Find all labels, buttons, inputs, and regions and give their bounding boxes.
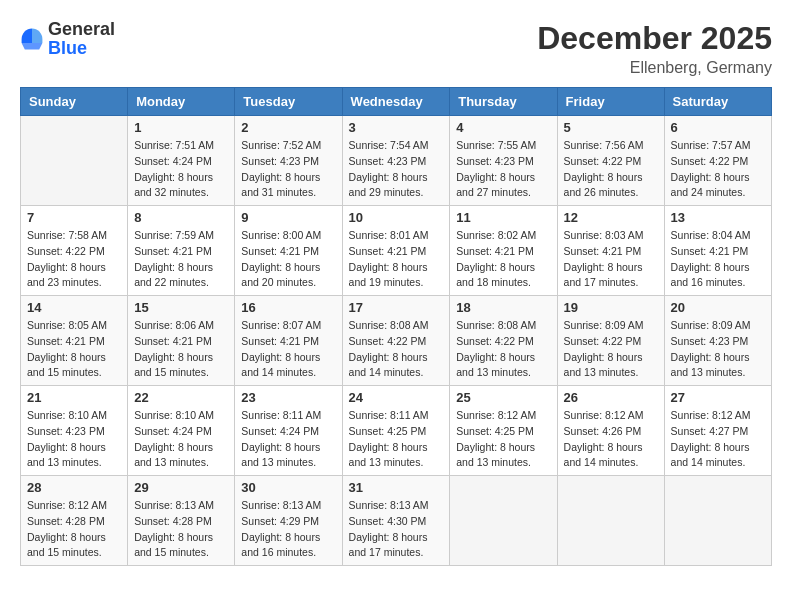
daylight-hours: Daylight: 8 hours and 15 minutes. (27, 351, 106, 379)
table-row: 7 Sunrise: 7:58 AM Sunset: 4:22 PM Dayli… (21, 206, 128, 296)
sunrise-time: Sunrise: 8:10 AM (27, 409, 107, 421)
sunrise-time: Sunrise: 8:12 AM (456, 409, 536, 421)
sunrise-time: Sunrise: 8:09 AM (671, 319, 751, 331)
sunrise-time: Sunrise: 8:08 AM (349, 319, 429, 331)
daylight-hours: Daylight: 8 hours and 16 minutes. (671, 261, 750, 289)
day-number: 27 (671, 390, 765, 405)
calendar-header-row: Sunday Monday Tuesday Wednesday Thursday… (21, 88, 772, 116)
sunrise-time: Sunrise: 8:11 AM (241, 409, 321, 421)
sunset-time: Sunset: 4:28 PM (27, 515, 105, 527)
table-row: 21 Sunrise: 8:10 AM Sunset: 4:23 PM Dayl… (21, 386, 128, 476)
day-number: 3 (349, 120, 444, 135)
day-info: Sunrise: 7:51 AM Sunset: 4:24 PM Dayligh… (134, 138, 228, 201)
day-number: 13 (671, 210, 765, 225)
table-row: 8 Sunrise: 7:59 AM Sunset: 4:21 PM Dayli… (128, 206, 235, 296)
day-info: Sunrise: 7:59 AM Sunset: 4:21 PM Dayligh… (134, 228, 228, 291)
day-info: Sunrise: 7:52 AM Sunset: 4:23 PM Dayligh… (241, 138, 335, 201)
col-tuesday: Tuesday (235, 88, 342, 116)
calendar: Sunday Monday Tuesday Wednesday Thursday… (20, 87, 772, 566)
month-title: December 2025 (537, 20, 772, 57)
daylight-hours: Daylight: 8 hours and 14 minutes. (671, 441, 750, 469)
sunset-time: Sunset: 4:24 PM (134, 155, 212, 167)
daylight-hours: Daylight: 8 hours and 29 minutes. (349, 171, 428, 199)
sunset-time: Sunset: 4:21 PM (671, 245, 749, 257)
day-number: 18 (456, 300, 550, 315)
sunset-time: Sunset: 4:25 PM (456, 425, 534, 437)
calendar-week-row: 28 Sunrise: 8:12 AM Sunset: 4:28 PM Dayl… (21, 476, 772, 566)
calendar-week-row: 21 Sunrise: 8:10 AM Sunset: 4:23 PM Dayl… (21, 386, 772, 476)
day-number: 28 (27, 480, 121, 495)
table-row: 16 Sunrise: 8:07 AM Sunset: 4:21 PM Dayl… (235, 296, 342, 386)
daylight-hours: Daylight: 8 hours and 14 minutes. (564, 441, 643, 469)
sunset-time: Sunset: 4:21 PM (134, 245, 212, 257)
sunrise-time: Sunrise: 8:04 AM (671, 229, 751, 241)
sunset-time: Sunset: 4:23 PM (456, 155, 534, 167)
day-number: 31 (349, 480, 444, 495)
daylight-hours: Daylight: 8 hours and 13 minutes. (456, 441, 535, 469)
sunrise-time: Sunrise: 8:13 AM (134, 499, 214, 511)
sunset-time: Sunset: 4:24 PM (241, 425, 319, 437)
day-info: Sunrise: 7:57 AM Sunset: 4:22 PM Dayligh… (671, 138, 765, 201)
sunrise-time: Sunrise: 8:13 AM (241, 499, 321, 511)
day-number: 10 (349, 210, 444, 225)
daylight-hours: Daylight: 8 hours and 13 minutes. (564, 351, 643, 379)
daylight-hours: Daylight: 8 hours and 15 minutes. (27, 531, 106, 559)
day-info: Sunrise: 8:12 AM Sunset: 4:26 PM Dayligh… (564, 408, 658, 471)
table-row (664, 476, 771, 566)
day-info: Sunrise: 8:01 AM Sunset: 4:21 PM Dayligh… (349, 228, 444, 291)
table-row: 13 Sunrise: 8:04 AM Sunset: 4:21 PM Dayl… (664, 206, 771, 296)
sunrise-time: Sunrise: 8:12 AM (27, 499, 107, 511)
sunrise-time: Sunrise: 8:02 AM (456, 229, 536, 241)
day-number: 9 (241, 210, 335, 225)
sunset-time: Sunset: 4:21 PM (241, 245, 319, 257)
sunrise-time: Sunrise: 8:13 AM (349, 499, 429, 511)
day-info: Sunrise: 8:02 AM Sunset: 4:21 PM Dayligh… (456, 228, 550, 291)
day-info: Sunrise: 8:10 AM Sunset: 4:23 PM Dayligh… (27, 408, 121, 471)
sunrise-time: Sunrise: 8:01 AM (349, 229, 429, 241)
table-row: 27 Sunrise: 8:12 AM Sunset: 4:27 PM Dayl… (664, 386, 771, 476)
table-row (557, 476, 664, 566)
day-number: 30 (241, 480, 335, 495)
day-info: Sunrise: 8:09 AM Sunset: 4:23 PM Dayligh… (671, 318, 765, 381)
sunrise-time: Sunrise: 7:51 AM (134, 139, 214, 151)
sunrise-time: Sunrise: 8:09 AM (564, 319, 644, 331)
table-row: 23 Sunrise: 8:11 AM Sunset: 4:24 PM Dayl… (235, 386, 342, 476)
daylight-hours: Daylight: 8 hours and 13 minutes. (671, 351, 750, 379)
sunset-time: Sunset: 4:23 PM (241, 155, 319, 167)
day-info: Sunrise: 8:07 AM Sunset: 4:21 PM Dayligh… (241, 318, 335, 381)
day-info: Sunrise: 8:10 AM Sunset: 4:24 PM Dayligh… (134, 408, 228, 471)
table-row: 3 Sunrise: 7:54 AM Sunset: 4:23 PM Dayli… (342, 116, 450, 206)
sunset-time: Sunset: 4:22 PM (671, 155, 749, 167)
col-thursday: Thursday (450, 88, 557, 116)
daylight-hours: Daylight: 8 hours and 20 minutes. (241, 261, 320, 289)
sunrise-time: Sunrise: 8:03 AM (564, 229, 644, 241)
day-info: Sunrise: 8:03 AM Sunset: 4:21 PM Dayligh… (564, 228, 658, 291)
table-row: 6 Sunrise: 7:57 AM Sunset: 4:22 PM Dayli… (664, 116, 771, 206)
col-wednesday: Wednesday (342, 88, 450, 116)
col-sunday: Sunday (21, 88, 128, 116)
day-number: 17 (349, 300, 444, 315)
title-area: December 2025 Ellenberg, Germany (537, 20, 772, 77)
sunrise-time: Sunrise: 8:05 AM (27, 319, 107, 331)
sunrise-time: Sunrise: 7:59 AM (134, 229, 214, 241)
day-info: Sunrise: 8:04 AM Sunset: 4:21 PM Dayligh… (671, 228, 765, 291)
table-row: 10 Sunrise: 8:01 AM Sunset: 4:21 PM Dayl… (342, 206, 450, 296)
day-info: Sunrise: 8:13 AM Sunset: 4:29 PM Dayligh… (241, 498, 335, 561)
sunset-time: Sunset: 4:22 PM (456, 335, 534, 347)
day-info: Sunrise: 8:12 AM Sunset: 4:28 PM Dayligh… (27, 498, 121, 561)
sunset-time: Sunset: 4:30 PM (349, 515, 427, 527)
day-info: Sunrise: 8:05 AM Sunset: 4:21 PM Dayligh… (27, 318, 121, 381)
table-row: 28 Sunrise: 8:12 AM Sunset: 4:28 PM Dayl… (21, 476, 128, 566)
table-row: 18 Sunrise: 8:08 AM Sunset: 4:22 PM Dayl… (450, 296, 557, 386)
sunset-time: Sunset: 4:21 PM (349, 245, 427, 257)
location-title: Ellenberg, Germany (537, 59, 772, 77)
sunset-time: Sunset: 4:21 PM (564, 245, 642, 257)
daylight-hours: Daylight: 8 hours and 15 minutes. (134, 351, 213, 379)
table-row: 31 Sunrise: 8:13 AM Sunset: 4:30 PM Dayl… (342, 476, 450, 566)
sunrise-time: Sunrise: 8:10 AM (134, 409, 214, 421)
table-row: 14 Sunrise: 8:05 AM Sunset: 4:21 PM Dayl… (21, 296, 128, 386)
daylight-hours: Daylight: 8 hours and 13 minutes. (456, 351, 535, 379)
daylight-hours: Daylight: 8 hours and 14 minutes. (241, 351, 320, 379)
day-number: 14 (27, 300, 121, 315)
day-info: Sunrise: 7:54 AM Sunset: 4:23 PM Dayligh… (349, 138, 444, 201)
